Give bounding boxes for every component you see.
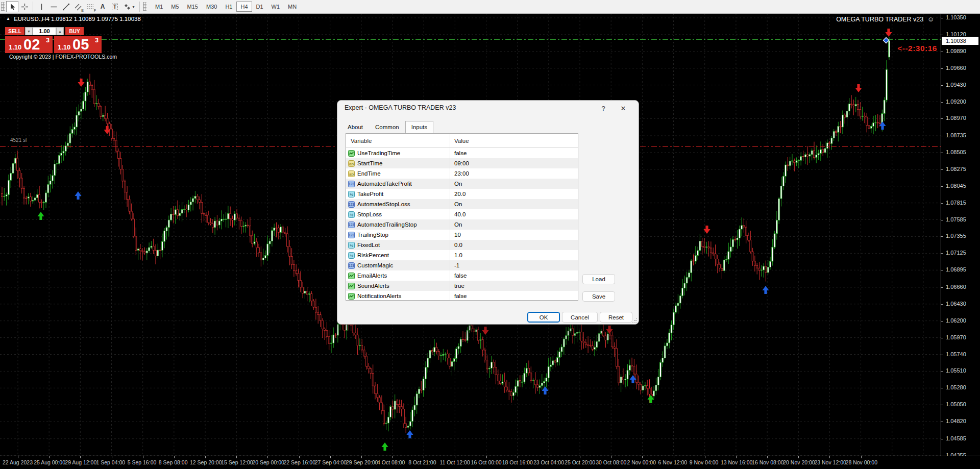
input-row-SoundAlerts[interactable]: SoundAlertstrue	[346, 281, 578, 291]
input-row-AutomatedTrailingStop[interactable]: 123AutomatedTrailingStopOn	[346, 219, 578, 230]
time-axis[interactable]: 22 Aug 202325 Aug 00:0029 Aug 12:001 Sep…	[0, 456, 980, 469]
crosshair-tool-icon[interactable]	[18, 1, 31, 12]
dialog-close-icon[interactable]: ✕	[615, 103, 631, 114]
lot-size-input[interactable]: 1.00	[33, 27, 56, 35]
text-tool-icon[interactable]: A	[96, 1, 109, 12]
buy-price-big: 05	[72, 36, 89, 53]
input-row-RiskPercent[interactable]: ½RiskPercent1.0	[346, 250, 578, 260]
save-button[interactable]: Save	[582, 291, 615, 302]
variable-value[interactable]: 10	[450, 232, 578, 238]
inputs-table-body: UseTradingTimefalseabStartTime09:00abEnd…	[346, 148, 578, 301]
time-tick-label: 8 Sep 08:00	[159, 459, 188, 465]
input-row-UseTradingTime[interactable]: UseTradingTimefalse	[346, 148, 578, 158]
variable-value[interactable]: true	[450, 283, 578, 289]
collapse-triangle-icon[interactable]: ▲	[6, 16, 10, 21]
cursor-tool-icon[interactable]	[6, 1, 18, 12]
text-label-tool-icon[interactable]: T	[109, 1, 121, 12]
sell-price-box[interactable]: 1.10 02 3	[5, 36, 53, 53]
dialog-help-button[interactable]: ?	[596, 103, 611, 114]
timeframe-m5[interactable]: M5	[167, 2, 183, 12]
timeframe-m15[interactable]: M15	[183, 2, 202, 12]
input-row-StopLoss[interactable]: ½StopLoss40.0	[346, 209, 578, 219]
fibonacci-glyph: F	[94, 9, 96, 12]
price-tick-mark	[941, 186, 943, 187]
vertical-line-tool-icon[interactable]	[35, 1, 47, 12]
timeframe-w1[interactable]: W1	[267, 2, 284, 12]
buy-price-box[interactable]: 1.10 05 3	[54, 36, 102, 53]
variable-value[interactable]: 0.0	[450, 242, 578, 248]
input-row-AutomatedTakeProfit[interactable]: 123AutomatedTakeProfitOn	[346, 179, 578, 189]
timeframe-m1[interactable]: M1	[151, 2, 167, 12]
price-tick-mark	[941, 321, 943, 322]
ok-button[interactable]: OK	[527, 312, 560, 323]
input-row-TrailingStop[interactable]: 123TrailingStop10	[346, 230, 578, 240]
column-header-value[interactable]: Value	[450, 138, 578, 144]
horizontal-line-tool-icon[interactable]	[47, 1, 60, 12]
time-tick-label: 4 Oct 08:00	[377, 459, 405, 465]
sell-button[interactable]: SELL	[5, 27, 24, 35]
variable-value[interactable]: -1	[450, 262, 578, 268]
timeframe-grip[interactable]	[143, 2, 146, 11]
bid-ask-boxes: 1.10 02 3 1.10 05 3	[5, 36, 103, 53]
lot-decrement-button[interactable]: ▼	[25, 27, 33, 35]
tab-inputs[interactable]: Inputs	[405, 121, 433, 133]
input-row-StartTime[interactable]: abStartTime09:00	[346, 158, 578, 168]
variable-value[interactable]: 09:00	[450, 160, 578, 166]
timeframe-d1[interactable]: D1	[252, 2, 267, 12]
int-type-icon: 123	[348, 181, 355, 187]
arrows-dropdown-icon[interactable]: ▾	[132, 5, 134, 9]
timeframe-h4[interactable]: H4	[236, 2, 252, 12]
timeframe-mn[interactable]: MN	[284, 2, 301, 12]
input-row-TakeProfit[interactable]: ½TakeProfit20.0	[346, 189, 578, 199]
smiley-icon[interactable]: ☺	[927, 15, 934, 23]
channel-glyph: E	[81, 9, 84, 12]
dialog-resize-grip[interactable]	[632, 317, 637, 323]
timeframe-h1[interactable]: H1	[221, 2, 236, 12]
price-tick-mark	[941, 68, 943, 69]
price-axis[interactable]: 1.103501.101201.098901.096601.094301.092…	[941, 13, 980, 456]
svg-text:123: 123	[349, 182, 354, 186]
variable-value[interactable]: false	[450, 150, 578, 156]
variable-value[interactable]: false	[450, 293, 578, 299]
input-row-NotificationAlerts[interactable]: NotificationAlertsfalse	[346, 291, 578, 301]
column-header-variable[interactable]: Variable	[346, 134, 450, 147]
svg-text:ab: ab	[349, 171, 354, 176]
timeframe-bar: M1M5M15M30H1H4D1W1MN	[151, 2, 301, 12]
variable-value[interactable]: 1.0	[450, 252, 578, 258]
input-row-EndTime[interactable]: abEndTime23:00	[346, 168, 578, 179]
input-row-FixedLot[interactable]: ½FixedLot0.0	[346, 240, 578, 250]
price-tick-mark	[941, 153, 943, 153]
tab-about[interactable]: About	[341, 121, 369, 133]
variable-value[interactable]: On	[450, 181, 578, 187]
variable-value[interactable]: false	[450, 273, 578, 279]
toolbar-grip[interactable]	[1, 2, 5, 11]
buy-button[interactable]: BUY	[65, 27, 84, 35]
fibonacci-tool-icon[interactable]: F	[84, 1, 96, 12]
timeframe-m30[interactable]: M30	[202, 2, 221, 12]
cancel-button[interactable]: Cancel	[562, 312, 598, 323]
reset-button[interactable]: Reset	[600, 312, 632, 323]
dbl-type-icon: ½	[348, 252, 355, 259]
variable-value[interactable]: 20.0	[450, 191, 578, 197]
price-tick-label: 1.07125	[946, 250, 966, 256]
variable-value[interactable]: 23:00	[450, 170, 578, 177]
price-tick-label: 1.08045	[946, 183, 966, 189]
input-row-EmailAlerts[interactable]: EmailAlertsfalse	[346, 270, 578, 281]
lot-increment-button[interactable]: ▲	[56, 27, 64, 35]
variable-name: FixedLot	[357, 242, 380, 248]
load-button[interactable]: Load	[582, 274, 615, 284]
variable-value[interactable]: 40.0	[450, 211, 578, 217]
trendline-tool-icon[interactable]	[60, 1, 72, 12]
time-tick-label: 2 Nov 00:00	[627, 459, 656, 465]
input-row-CustomMagic[interactable]: 123CustomMagic-1	[346, 260, 578, 270]
tab-common[interactable]: Common	[369, 121, 405, 133]
input-row-AutomatedStopLoss[interactable]: 123AutomatedStopLossOn	[346, 199, 578, 209]
arrows-tool-icon[interactable]: ▾	[121, 1, 137, 12]
time-tick-mark	[611, 456, 611, 458]
time-tick-mark	[455, 456, 455, 458]
variable-value[interactable]: On	[450, 201, 578, 207]
time-tick-mark	[486, 456, 487, 458]
variable-value[interactable]: On	[450, 221, 578, 228]
int-type-icon: 123	[348, 201, 355, 208]
equidistant-channel-tool-icon[interactable]: E	[72, 1, 84, 12]
